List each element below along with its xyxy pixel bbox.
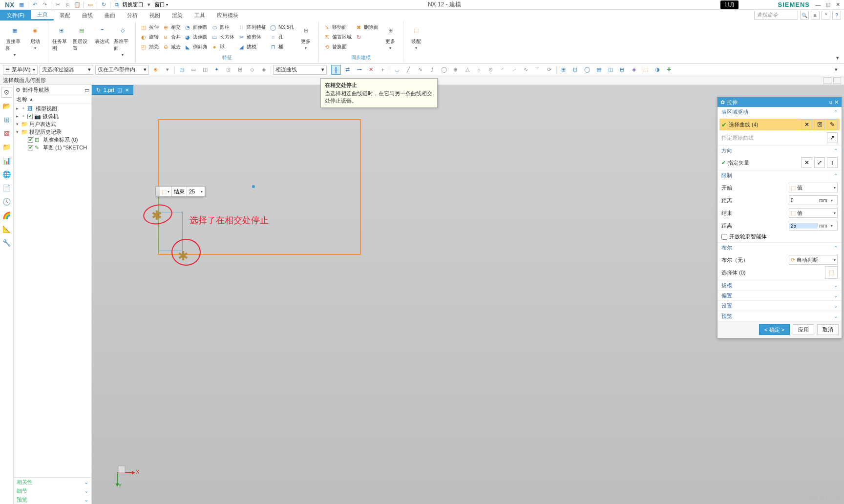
sketch-point[interactable] xyxy=(252,185,255,188)
ribbon-expand-icon[interactable]: ▾ xyxy=(833,54,842,62)
repeat-icon[interactable]: ↻ xyxy=(99,0,108,9)
shell-button[interactable]: ◰抽壳 xyxy=(139,42,160,52)
footer-detail[interactable]: 细节⌄ xyxy=(14,486,91,495)
tb-icon-16[interactable]: ◡ xyxy=(392,65,402,75)
tab-close-icon[interactable]: ✕ xyxy=(125,87,129,93)
end-value-seg[interactable]: 25▾ xyxy=(187,187,205,196)
tb-icon-30[interactable]: ⊞ xyxy=(559,65,569,75)
dynamic-input-bar[interactable]: ⬚▾ 结束 25▾ xyxy=(155,186,205,197)
end-distance-input[interactable]: mm▾ xyxy=(789,221,838,231)
sync-more-button[interactable]: ⊞更多▾ xyxy=(380,22,400,54)
cylinder-button[interactable]: ⬭圆柱 xyxy=(210,22,235,32)
section-draft-header[interactable]: 拔模⌄ xyxy=(717,280,842,290)
offset-region-button[interactable]: ⇱偏置区域 xyxy=(322,32,353,42)
tab-application[interactable]: 应用模块 xyxy=(211,10,244,21)
tb-icon-29[interactable]: ⟳ xyxy=(545,65,554,75)
tb-icon-21[interactable]: ⊕ xyxy=(451,65,461,75)
tab-render[interactable]: 渲染 xyxy=(166,10,189,21)
gear-icon[interactable]: ⚙ xyxy=(1,87,12,98)
tb-icon-7[interactable]: ⊡ xyxy=(224,65,233,75)
tb-icon-6[interactable]: ✦ xyxy=(212,65,222,75)
status-btn-2[interactable] xyxy=(833,77,841,84)
dialog-close-icon[interactable]: ✕ xyxy=(834,99,839,105)
curve-icon[interactable]: ☒ xyxy=(814,119,825,130)
face-blend-button[interactable]: ◔面倒圆 xyxy=(183,22,209,32)
stop-at-intersection-button[interactable]: ╫ xyxy=(331,65,341,75)
clock-icon[interactable]: 🕓 xyxy=(1,196,12,207)
graphics-tab[interactable]: ↻ 1.prt ◫ ✕ xyxy=(92,85,133,95)
assembly-button[interactable]: ⬚装配▾ xyxy=(406,22,426,54)
tree-item-camera[interactable]: ▸+✔📷摄像机 xyxy=(15,112,90,120)
save-icon[interactable]: ▦ xyxy=(17,0,26,9)
apply-button[interactable]: 应用 xyxy=(793,324,814,335)
tb-icon-2[interactable]: ▾ xyxy=(163,65,172,75)
tb-icon-10[interactable]: ◈ xyxy=(259,65,269,75)
draft-button[interactable]: ◢拔模 xyxy=(236,42,267,52)
tb-icon-17[interactable]: ╱ xyxy=(404,65,414,75)
tree-item-sketch[interactable]: ✔✎草图 (1) "SKETCH xyxy=(15,144,90,151)
tb-icon-22[interactable]: △ xyxy=(463,65,472,75)
tree-item-expressions[interactable]: ▾📁用户表达式 xyxy=(15,120,90,128)
vector-dialog-icon[interactable]: ↕ xyxy=(827,157,838,168)
vector-reverse-icon[interactable]: ✕ xyxy=(802,157,812,168)
part-navigator-icon[interactable]: 📂 xyxy=(1,101,12,111)
orig-curve-icon[interactable]: ↗ xyxy=(827,132,838,143)
tab-home[interactable]: 主页 xyxy=(31,10,54,21)
select-body-row[interactable]: 选择体 (0) ⬚ xyxy=(721,267,838,278)
search-icon[interactable]: 🔍 xyxy=(800,11,809,20)
footer-preview[interactable]: 预览⌄ xyxy=(14,495,91,504)
tab-assembly[interactable]: 装配 xyxy=(54,10,76,21)
file-menu[interactable]: 文件(F) xyxy=(0,10,31,21)
tb-icon-38[interactable]: ◑ xyxy=(653,65,662,75)
tb-icon-34[interactable]: ◫ xyxy=(606,65,615,75)
ok-button[interactable]: < 确定 > xyxy=(759,324,790,335)
unite-button[interactable]: ⊎合并 xyxy=(161,32,182,42)
assy-navigator-icon[interactable]: ⊞ xyxy=(1,114,12,125)
tb-icon-37[interactable]: ⬚ xyxy=(641,65,651,75)
measure-icon[interactable]: 📐 xyxy=(1,224,12,234)
tb-icon-35[interactable]: ⊟ xyxy=(617,65,627,75)
boolean-select[interactable]: ⟳自动判断▾ xyxy=(789,255,838,265)
end-select[interactable]: ⬚值▾ xyxy=(789,208,838,218)
move-face-button[interactable]: ⇲移动面 xyxy=(322,22,353,32)
paste-icon[interactable]: 📋 xyxy=(73,0,82,9)
delete-face-button[interactable]: ✖删除面 xyxy=(354,22,380,32)
tab-tools[interactable]: 工具 xyxy=(189,10,211,21)
sync-row-icon[interactable]: ↻ xyxy=(354,32,380,42)
tree-item-datum-csys[interactable]: ✔⊞基准坐标系 (0) xyxy=(15,136,90,144)
tb-icon-24[interactable]: ⊙ xyxy=(486,65,496,75)
minimize-button[interactable]: — xyxy=(814,1,823,9)
vector-inferred-icon[interactable]: ⤢ xyxy=(814,157,825,168)
command-search[interactable]: 查找命令 xyxy=(754,11,798,20)
pin-icon[interactable]: ▭ xyxy=(84,87,89,93)
open-smart-checkbox[interactable] xyxy=(721,234,727,240)
edge-blend-button[interactable]: ◕边倒圆 xyxy=(183,32,209,42)
window-menu-label[interactable]: 窗口 xyxy=(154,1,165,8)
gear-icon[interactable]: ✿ xyxy=(720,99,725,105)
tb-icon-13[interactable]: ⊶ xyxy=(355,65,364,75)
expression-button[interactable]: =表达式 xyxy=(92,22,112,58)
trim-body-button[interactable]: ✂修剪体 xyxy=(236,32,267,42)
tab-curve[interactable]: 曲线 xyxy=(76,10,99,21)
chamfer-button[interactable]: ◣倒斜角 xyxy=(183,42,209,52)
curve-rule-dropdown[interactable]: 相连曲线▾ xyxy=(273,65,327,75)
start-distance-input[interactable]: mm▾ xyxy=(789,195,838,205)
menu-dropdown[interactable]: ☰ 菜单(M) ▾ xyxy=(3,65,38,75)
sketch-icon[interactable]: ✎ xyxy=(827,119,838,130)
tb-icon-8[interactable]: ⊞ xyxy=(235,65,245,75)
tab-analysis[interactable]: 分析 xyxy=(121,10,144,21)
cancel-button[interactable]: 取消 xyxy=(817,324,839,335)
tb-icon-14[interactable]: ✕ xyxy=(366,65,376,75)
tb-icon-36[interactable]: ◈ xyxy=(629,65,639,75)
recent-icon[interactable]: ≡ xyxy=(811,11,820,20)
select-body-icon[interactable]: ⬚ xyxy=(825,266,838,279)
tb-icon-32[interactable]: ◯ xyxy=(582,65,592,75)
status-btn-1[interactable] xyxy=(823,77,831,84)
restore-button[interactable]: ◱ xyxy=(823,1,832,9)
tab-view[interactable]: 视图 xyxy=(144,10,166,21)
specify-vector-row[interactable]: ✔ 指定矢量 ✕ ⤢ ↕ xyxy=(721,157,838,168)
intersect-button[interactable]: ⊕相交 xyxy=(161,22,182,32)
footer-dependency[interactable]: 相关性⌄ xyxy=(14,478,91,486)
window-switch-icon[interactable]: ⧉ xyxy=(112,0,121,9)
select-curve-row[interactable]: ✔ 选择曲线 (4) ✕ ☒ ✎ xyxy=(719,119,840,130)
